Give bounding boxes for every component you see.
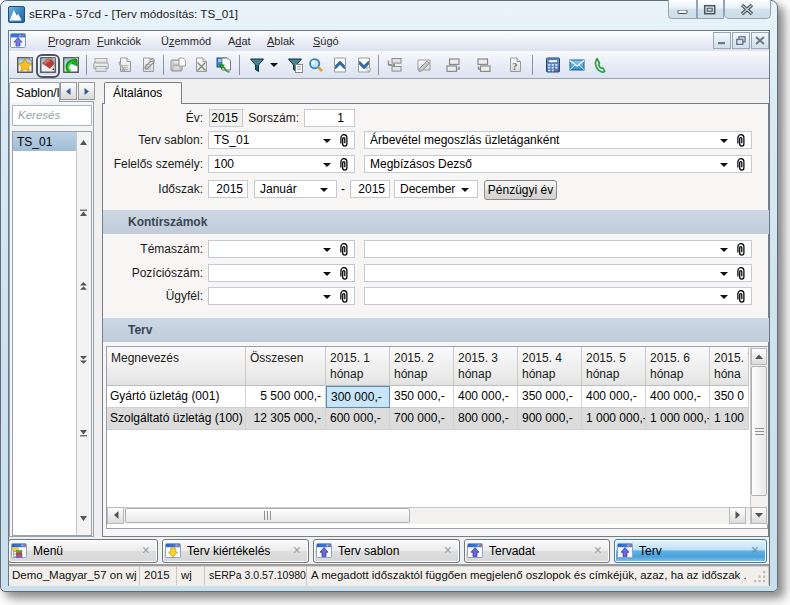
svg-text:?: ?	[512, 60, 518, 72]
